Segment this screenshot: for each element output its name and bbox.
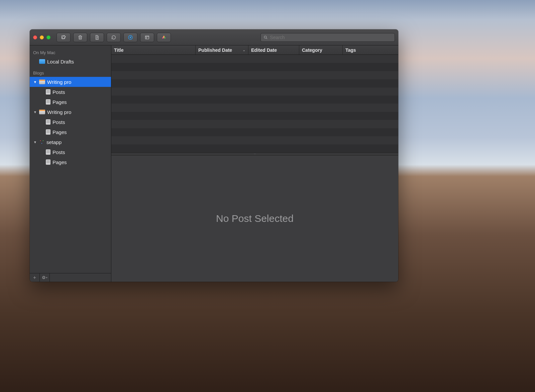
sidebar-section-header-blogs: Blogs [30, 67, 111, 77]
refresh-icon [111, 35, 116, 40]
sidebar-item-pages[interactable]: Pages [30, 157, 111, 167]
sidebar-item-setapp[interactable]: ▼ setapp [30, 137, 111, 147]
setapp-icon [39, 139, 44, 145]
document-button[interactable] [90, 33, 104, 42]
sidebar-footer: ＋ ⚙︎ ▾ [30, 273, 111, 282]
toolbar [30, 29, 398, 45]
table-row [111, 120, 398, 128]
sidebar-item-label: Pages [52, 159, 67, 165]
sidebar-item-writing-pro-1[interactable]: ▼ Writing pro [30, 77, 111, 87]
close-button[interactable] [33, 35, 37, 39]
sidebar-item-label: Posts [52, 149, 65, 155]
page-icon [46, 149, 50, 155]
column-label: Category [302, 47, 322, 53]
search-icon [263, 35, 268, 40]
page-icon [46, 159, 50, 165]
media-button[interactable] [157, 33, 171, 42]
sidebar-item-local-drafts[interactable]: Local Drafts [30, 56, 111, 67]
detail-pane: No Post Selected [111, 155, 398, 282]
blog-icon [39, 80, 45, 84]
sidebar-item-pages[interactable]: Pages [30, 97, 111, 107]
sidebar-item-label: Writing pro [47, 109, 71, 115]
svg-point-7 [264, 36, 266, 38]
column-label: Title [114, 47, 124, 53]
sidebar-item-label: Posts [52, 119, 65, 125]
app-window: On My Mac Local Drafts Blogs ▼ Writing p… [30, 29, 398, 282]
sidebar-item-label: Pages [52, 99, 67, 105]
table-row [111, 63, 398, 71]
table-row [111, 71, 398, 79]
refresh-button[interactable] [107, 33, 121, 42]
settings-button[interactable]: ⚙︎ ▾ [40, 273, 50, 282]
sidebar-content: On My Mac Local Drafts Blogs ▼ Writing p… [30, 45, 111, 273]
sidebar: On My Mac Local Drafts Blogs ▼ Writing p… [30, 45, 111, 282]
chevron-down-icon[interactable]: ▼ [33, 110, 37, 114]
folder-icon [39, 59, 45, 64]
column-published-date[interactable]: Published Date ⌄ [196, 45, 248, 54]
sidebar-item-posts[interactable]: Posts [30, 147, 111, 157]
table-row [111, 79, 398, 87]
table-row [111, 128, 398, 136]
caret-down-icon: ▾ [46, 276, 47, 279]
minimize-button[interactable] [40, 35, 44, 39]
empty-state-message: No Post Selected [216, 213, 294, 224]
delete-button[interactable] [73, 33, 87, 42]
post-list[interactable] [111, 55, 398, 153]
table-row [111, 136, 398, 144]
compose-icon [61, 35, 66, 40]
sidebar-item-pages[interactable]: Pages [30, 127, 111, 137]
chevron-down-icon[interactable]: ▼ [33, 140, 37, 144]
table-row [111, 144, 398, 152]
sidebar-item-label: Posts [52, 89, 65, 95]
main-area: Title Published Date ⌄ Edited Date Categ… [111, 45, 398, 282]
sidebar-item-posts[interactable]: Posts [30, 87, 111, 97]
column-label: Tags [345, 47, 356, 53]
sidebar-item-posts[interactable]: Posts [30, 117, 111, 127]
plus-icon: ＋ [32, 274, 37, 281]
page-icon [46, 89, 50, 95]
column-label: Edited Date [251, 47, 277, 53]
sidebar-item-writing-pro-2[interactable]: ▼ Writing pro [30, 107, 111, 117]
window-body: On My Mac Local Drafts Blogs ▼ Writing p… [30, 45, 398, 282]
maximize-button[interactable] [46, 35, 50, 39]
page-icon [46, 99, 50, 105]
flower-icon [161, 35, 167, 40]
blog-icon [39, 110, 45, 114]
chevron-down-icon: ⌄ [243, 48, 245, 52]
document-icon [94, 35, 100, 40]
table-row [111, 112, 398, 120]
search-input[interactable] [270, 35, 392, 40]
sidebar-item-label: Writing pro [47, 79, 71, 85]
sidebar-item-label: Pages [52, 129, 67, 135]
table-row [111, 104, 398, 112]
table-row [111, 96, 398, 104]
column-tags[interactable]: Tags [343, 45, 398, 54]
column-title[interactable]: Title [111, 45, 196, 54]
column-category[interactable]: Category [299, 45, 343, 54]
sidebar-section-header-local: On My Mac [30, 46, 111, 56]
table-row [111, 55, 398, 63]
search-field[interactable] [260, 33, 395, 42]
preview-button[interactable] [123, 33, 137, 42]
columns-header: Title Published Date ⌄ Edited Date Categ… [111, 45, 398, 55]
window-controls [33, 35, 50, 39]
compose-button[interactable] [57, 33, 71, 42]
compass-icon [128, 35, 133, 40]
layout-icon [144, 35, 150, 40]
column-edited-date[interactable]: Edited Date [248, 45, 299, 54]
gear-icon: ⚙︎ [42, 275, 46, 280]
table-row [111, 88, 398, 96]
sidebar-item-label: setapp [46, 139, 62, 145]
svg-rect-2 [145, 36, 149, 39]
column-label: Published Date [198, 47, 232, 53]
split-handle[interactable] [111, 153, 398, 155]
svg-point-6 [164, 37, 165, 38]
add-button[interactable]: ＋ [30, 273, 40, 282]
page-icon [46, 119, 50, 125]
chevron-down-icon[interactable]: ▼ [33, 80, 37, 84]
page-icon [46, 129, 50, 135]
search-container [260, 33, 395, 42]
layout-button[interactable] [140, 33, 154, 42]
trash-icon [78, 35, 83, 40]
sidebar-item-label: Local Drafts [47, 59, 74, 64]
